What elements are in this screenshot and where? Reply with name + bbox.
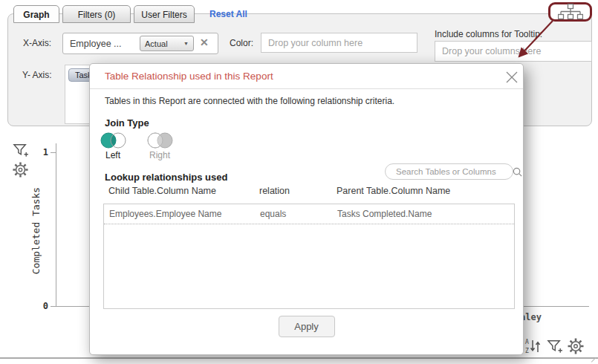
y-axis-title: Completed Tasks: [30, 172, 42, 290]
x-axis-label: X-Axis:: [23, 38, 51, 48]
col-relation: relation: [259, 186, 337, 196]
close-icon[interactable]: [504, 70, 519, 85]
tab-user-filters[interactable]: User Filters: [134, 5, 195, 23]
y-tick-0: 0: [33, 301, 48, 311]
search-tables-field[interactable]: [385, 163, 513, 180]
search-input[interactable]: [394, 166, 512, 177]
filter-plus-icon[interactable]: [13, 142, 30, 161]
tooltip-columns-dropzone[interactable]: Drop your columns here: [435, 41, 592, 62]
table-relationship-dialog: Table Relationship used in this Report T…: [89, 63, 524, 355]
join-left-label[interactable]: Left: [99, 150, 127, 160]
join-left-icon[interactable]: [100, 131, 128, 152]
join-type-heading: Join Type: [105, 117, 149, 129]
org-chart-icon: [558, 4, 583, 20]
caret-down-icon: ▼: [183, 41, 189, 46]
svg-text:A: A: [525, 339, 529, 345]
tab-graph[interactable]: Graph: [13, 5, 59, 23]
color-dropzone[interactable]: Drop your column here: [261, 33, 417, 53]
gear-icon[interactable]: [12, 161, 29, 181]
remove-x-axis-button[interactable]: ✕: [200, 36, 209, 48]
svg-text:Z: Z: [525, 348, 529, 354]
x-axis-field[interactable]: Employee ... Actual ▼ ✕: [62, 33, 218, 54]
reset-all-link[interactable]: Reset All: [209, 9, 247, 19]
col-parent-table: Parent Table.Column Name: [337, 186, 524, 196]
tab-filters[interactable]: Filters (0): [62, 5, 131, 23]
join-right-label[interactable]: Right: [146, 150, 174, 160]
table-row[interactable]: Employees.Employee Name equals Tasks Com…: [104, 204, 514, 224]
relationship-toolbar-button[interactable]: [548, 2, 592, 22]
relation-value: equals: [260, 204, 337, 224]
parent-column-value: Tasks Completed.Name: [337, 204, 514, 224]
lookup-relationships-heading: Lookup relationships used: [105, 172, 227, 183]
magnifier-icon: [512, 166, 523, 178]
filter-plus-icon[interactable]: [547, 338, 564, 357]
y-axis-label: Y- Axis:: [22, 70, 52, 80]
y-axis-line: [56, 143, 56, 307]
x-axis-mode-dropdown[interactable]: Actual ▼: [140, 36, 194, 51]
join-right-icon[interactable]: [146, 131, 175, 152]
y-tick-1: 1: [33, 147, 48, 157]
page-bottom-border: [0, 357, 598, 359]
sort-az-icon[interactable]: A Z: [524, 337, 542, 357]
dialog-description: Tables in this Report are connected with…: [105, 96, 394, 106]
apply-button[interactable]: Apply: [279, 316, 335, 337]
col-child-table: Child Table.Column Name: [108, 186, 259, 196]
child-column-value: Employees.Employee Name: [109, 204, 260, 224]
y-tick-mark-top: [51, 152, 56, 153]
x-axis-value: Employee ...: [70, 39, 121, 49]
color-label: Color:: [230, 38, 253, 48]
dialog-title: Table Relationship used in this Report: [105, 71, 273, 82]
tooltip-columns-label: Include columns for Tooltip:: [435, 29, 542, 39]
relationship-list: Employees.Employee Name equals Tasks Com…: [103, 204, 515, 309]
gear-icon[interactable]: [567, 337, 585, 357]
dialog-header-divider: [90, 88, 523, 89]
relationship-table-header: Child Table.Column Name relation Parent …: [90, 186, 524, 196]
x-axis-mode-value: Actual: [145, 39, 168, 48]
report-designer-screen: Graph Filters (0) User Filters Reset All…: [0, 0, 598, 364]
